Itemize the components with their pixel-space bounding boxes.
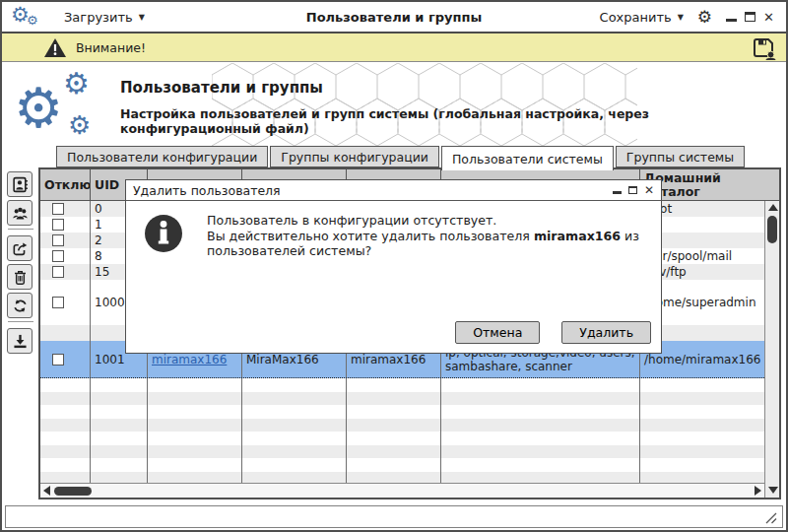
settings-gear-icon[interactable]: ⚙ <box>697 9 712 26</box>
dialog-message-prefix: Вы действительно хотите удалить пользова… <box>207 229 534 243</box>
user-group-icon <box>12 205 29 222</box>
tab-config-groups[interactable]: Группы конфигурации <box>270 146 439 167</box>
gear-icon: ⚙ <box>63 69 90 99</box>
close-button[interactable]: ✕ <box>763 11 774 24</box>
scroll-left-arrow-icon[interactable] <box>43 486 50 496</box>
row-checkbox[interactable] <box>52 203 64 215</box>
delete-user-dialog: Удалить пользователя ✕ Пользователь в ко… <box>125 179 662 354</box>
col-header-disabled[interactable]: Отключен <box>40 169 91 200</box>
add-group-button[interactable] <box>7 200 33 226</box>
load-menu-button[interactable]: Загрузить ▼ <box>64 10 145 25</box>
load-menu-label: Загрузить <box>64 10 133 25</box>
checkbox-cell <box>40 248 91 264</box>
app-window: ⚙ ⚙ Загрузить ▼ Пользователи и группы Со… <box>0 0 788 532</box>
checkbox-cell <box>40 280 91 325</box>
vertical-scrollbar-thumb[interactable] <box>767 216 777 243</box>
import-button[interactable] <box>7 328 33 354</box>
row-checkbox[interactable] <box>52 266 64 278</box>
dialog-title: Удалить пользователя <box>133 183 281 198</box>
toolbar-separator <box>8 321 33 322</box>
gear-icon: ⚙ <box>68 112 91 138</box>
dialog-message: Пользователь в конфигурации отсутствует.… <box>207 213 652 259</box>
resize-grip-icon[interactable] <box>763 510 778 525</box>
add-user-button[interactable] <box>7 171 33 197</box>
page-title: Пользователи и группы <box>120 79 323 97</box>
checkbox-cell <box>40 201 91 217</box>
dialog-minimize-button[interactable] <box>613 191 622 194</box>
checkbox-cell <box>40 217 91 233</box>
left-toolbar <box>7 171 34 357</box>
table-row-empty <box>40 472 764 484</box>
tab-bar: Пользователи конфигурации Группы конфигу… <box>56 146 747 167</box>
dialog-titlebar[interactable]: Удалить пользователя ✕ <box>126 180 661 201</box>
delete-button[interactable]: Удалить <box>561 321 651 344</box>
table-row-empty <box>40 419 764 432</box>
table-row-empty <box>40 405 764 419</box>
tab-system-groups[interactable]: Группы системы <box>616 146 745 167</box>
save-menu-label: Сохранить <box>600 10 672 25</box>
refresh-icon <box>12 298 29 314</box>
row-checkbox[interactable] <box>52 250 64 262</box>
row-checkbox[interactable] <box>52 354 64 366</box>
vertical-scrollbar[interactable] <box>764 201 779 498</box>
info-icon <box>142 212 185 255</box>
dialog-close-button[interactable]: ✕ <box>644 184 654 196</box>
user-card-icon <box>12 176 29 193</box>
export-icon <box>12 240 29 257</box>
table-row-empty <box>40 378 764 392</box>
chevron-down-icon: ▼ <box>139 13 145 22</box>
user-login-link[interactable]: miramax166 <box>152 353 227 366</box>
tab-config-users[interactable]: Пользователи конфигурации <box>56 146 268 167</box>
refresh-button[interactable] <box>7 293 33 318</box>
maximize-button[interactable] <box>745 12 755 22</box>
warning-message: Внимание! <box>76 40 146 55</box>
dialog-message-username: miramax166 <box>534 229 621 243</box>
checkbox-cell <box>40 264 91 280</box>
gear-icon: ⚙ <box>14 81 63 136</box>
checkbox-cell <box>40 341 91 377</box>
table-row-empty <box>40 458 764 472</box>
chevron-down-icon: ▼ <box>678 13 684 22</box>
app-logo-gears-icon: ⚙ ⚙ <box>11 4 44 30</box>
tab-system-users[interactable]: Пользователи системы <box>441 146 614 170</box>
scroll-up-arrow-icon[interactable] <box>768 204 778 211</box>
save-menu-button[interactable]: Сохранить ▼ <box>600 10 684 25</box>
trash-icon <box>12 269 29 286</box>
row-checkbox[interactable] <box>52 297 64 308</box>
dialog-maximize-button[interactable] <box>628 186 637 194</box>
horizontal-scrollbar-thumb[interactable] <box>54 487 92 496</box>
row-checkbox[interactable] <box>52 234 64 246</box>
horizontal-scrollbar[interactable] <box>40 483 764 498</box>
toolbar-separator <box>8 229 33 230</box>
module-gears-icon: ⚙ ⚙ ⚙ <box>12 67 115 144</box>
warning-bar: Внимание! <box>2 32 786 62</box>
dialog-message-line2: Вы действительно хотите удалить пользова… <box>207 229 652 259</box>
save-config-floppy-icon[interactable] <box>753 37 776 60</box>
export-button[interactable] <box>7 235 33 261</box>
warning-triangle-icon <box>43 37 67 58</box>
status-bar <box>5 505 783 528</box>
minimize-button[interactable] <box>726 19 737 22</box>
table-row-empty <box>40 392 764 406</box>
row-checkbox[interactable] <box>52 219 64 231</box>
cancel-button[interactable]: Отмена <box>455 321 540 344</box>
titlebar: ⚙ ⚙ Загрузить ▼ Пользователи и группы Со… <box>2 2 786 32</box>
page-header: ⚙ ⚙ ⚙ Пользователи и группы Настройка по… <box>2 63 786 146</box>
scroll-right-arrow-icon[interactable] <box>755 486 761 496</box>
table-row-empty <box>40 432 764 445</box>
dialog-message-line1: Пользователь в конфигурации отсутствует. <box>207 213 652 229</box>
page-subtitle: Настройка пользователей и групп системы … <box>120 106 786 136</box>
gear-icon: ⚙ <box>27 14 38 27</box>
scroll-down-arrow-icon[interactable] <box>768 487 778 494</box>
download-icon <box>12 333 29 350</box>
delete-user-button[interactable] <box>7 264 33 290</box>
table-row-empty <box>40 445 764 459</box>
checkbox-cell <box>40 233 91 248</box>
